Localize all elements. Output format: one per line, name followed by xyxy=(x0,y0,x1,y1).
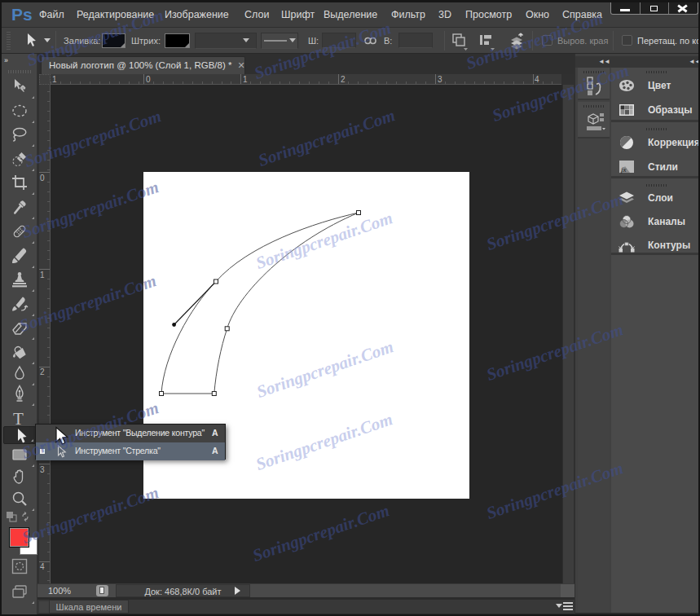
svg-text:fx: fx xyxy=(621,165,627,174)
